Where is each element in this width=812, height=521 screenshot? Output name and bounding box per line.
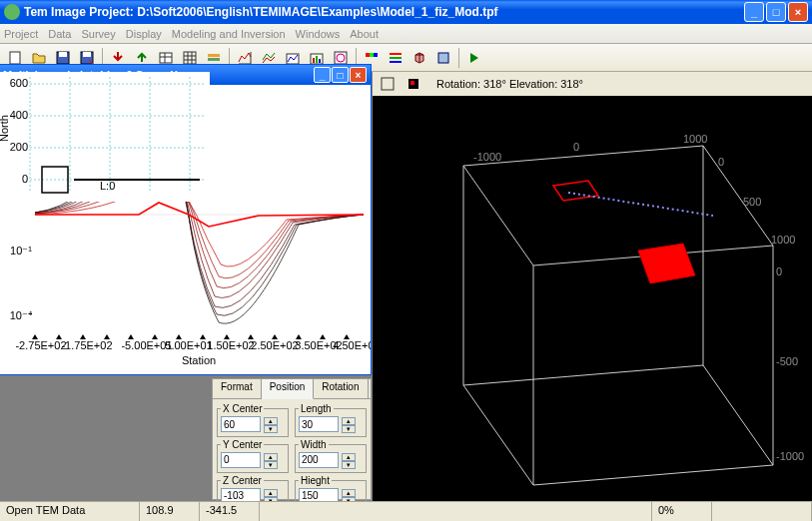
- width-input[interactable]: [299, 452, 339, 468]
- y-center-down[interactable]: ▾: [264, 461, 278, 469]
- mdi-workspace: Rotation: 318° Elevation: 318° -1: [0, 72, 812, 501]
- tab-position[interactable]: Position: [262, 379, 315, 399]
- y-center-up[interactable]: ▴: [264, 453, 278, 461]
- view-select-icon[interactable]: [403, 73, 424, 95]
- run-icon[interactable]: [463, 47, 485, 69]
- z-center-up[interactable]: ▴: [264, 489, 278, 497]
- svg-text:5.00E+01: 5.00E+01: [165, 339, 212, 351]
- svg-text:-1000: -1000: [473, 151, 501, 163]
- svg-rect-19: [319, 59, 321, 63]
- menu-modeling[interactable]: Modeling and Inversion: [172, 28, 286, 40]
- svg-text:4.50E+02: 4.50E+02: [333, 339, 371, 351]
- svg-rect-24: [374, 53, 378, 57]
- y-center-field: Y Center ▴▾: [217, 439, 289, 473]
- height-up[interactable]: ▴: [342, 489, 356, 497]
- tab-format[interactable]: Format: [213, 379, 262, 398]
- status-right: [712, 502, 812, 521]
- app-icon: [4, 4, 20, 20]
- map-window: 600400 2000 North L:0: [0, 72, 210, 202]
- width-down[interactable]: ▾: [342, 461, 356, 469]
- svg-rect-18: [316, 56, 318, 63]
- status-y: -341.5: [200, 502, 260, 521]
- tab-rotation[interactable]: Rotation: [314, 379, 368, 398]
- menu-about[interactable]: About: [350, 28, 379, 40]
- app-title: Tem Image Project: D:\Soft2006\English\T…: [24, 5, 744, 19]
- plot-maximize-button[interactable]: □: [332, 67, 349, 83]
- position-form: Format Position Rotation X Center ▴▾ Len…: [212, 378, 372, 500]
- y-center-input[interactable]: [221, 452, 261, 468]
- svg-rect-5: [160, 53, 172, 63]
- view-btn-1[interactable]: [377, 73, 399, 95]
- svg-text:0: 0: [718, 156, 724, 168]
- svg-text:500: 500: [743, 196, 761, 208]
- svg-text:10⁻⁴: 10⁻⁴: [10, 309, 33, 321]
- menu-project[interactable]: Project: [4, 28, 38, 40]
- svg-rect-4: [83, 52, 91, 57]
- status-left: Open TEM Data: [0, 502, 140, 521]
- length-field: Length ▴▾: [295, 403, 367, 437]
- menu-data[interactable]: Data: [48, 28, 71, 40]
- menu-bar: Project Data Survey Display Modeling and…: [0, 24, 812, 44]
- status-bar: Open TEM Data 108.9 -341.5 0%: [0, 501, 812, 521]
- svg-rect-22: [366, 53, 370, 57]
- svg-text:1000: 1000: [771, 234, 795, 246]
- x-center-down[interactable]: ▾: [264, 425, 278, 433]
- status-pct: 0%: [652, 502, 712, 521]
- svg-rect-0: [10, 52, 20, 64]
- svg-text:0: 0: [776, 265, 782, 277]
- svg-text:-2.75E+02: -2.75E+02: [15, 339, 66, 351]
- map-ylabel: North: [0, 115, 10, 142]
- length-up[interactable]: ▴: [342, 417, 356, 425]
- window-controls: _ □ ×: [744, 2, 808, 22]
- svg-rect-8: [184, 52, 196, 64]
- box-icon[interactable]: [432, 47, 454, 69]
- svg-text:1000: 1000: [683, 133, 707, 145]
- menu-windows[interactable]: Windows: [296, 28, 341, 40]
- map-line-label: L:0: [100, 180, 115, 192]
- plot-xlabel: Station: [182, 354, 216, 366]
- svg-text:0: 0: [573, 141, 579, 153]
- viewport-3d[interactable]: -100001000 05001000 0-500-1000: [373, 96, 812, 501]
- svg-rect-13: [208, 54, 220, 57]
- width-up[interactable]: ▴: [342, 453, 356, 461]
- svg-text:600: 600: [10, 77, 28, 89]
- svg-text:-1000: -1000: [776, 450, 804, 462]
- x-center-input[interactable]: [221, 416, 261, 432]
- svg-text:400: 400: [10, 109, 28, 121]
- menu-display[interactable]: Display: [126, 28, 162, 40]
- svg-text:10⁻¹: 10⁻¹: [10, 245, 32, 257]
- form-tabs: Format Position Rotation: [213, 379, 371, 399]
- minimize-button[interactable]: _: [744, 2, 764, 22]
- width-field: Width ▴▾: [295, 439, 367, 473]
- map-area[interactable]: 600400 2000 North L:0: [0, 72, 210, 202]
- close-button[interactable]: ×: [788, 2, 808, 22]
- x-center-field: X Center ▴▾: [217, 403, 289, 437]
- plot-close-button[interactable]: ×: [350, 67, 367, 83]
- plot-minimize-button[interactable]: _: [314, 67, 331, 83]
- svg-text:200: 200: [10, 141, 28, 153]
- main-title-bar: Tem Image Project: D:\Soft2006\English\T…: [0, 0, 812, 24]
- lines-icon[interactable]: [385, 47, 406, 69]
- svg-rect-2: [59, 52, 67, 57]
- rotation-label: Rotation: 318° Elevation: 318°: [436, 78, 583, 90]
- length-input[interactable]: [299, 416, 339, 432]
- viewport-toolbar: Rotation: 318° Elevation: 318°: [373, 72, 812, 96]
- cube-icon[interactable]: [408, 47, 430, 69]
- x-center-up[interactable]: ▴: [264, 417, 278, 425]
- svg-rect-31: [410, 81, 414, 85]
- svg-text:1.50E+02: 1.50E+02: [207, 339, 254, 351]
- svg-text:-1.75E+02: -1.75E+02: [61, 339, 112, 351]
- svg-text:2.50E+02: 2.50E+02: [251, 339, 298, 351]
- length-down[interactable]: ▾: [342, 425, 356, 433]
- maximize-button[interactable]: □: [766, 2, 786, 22]
- svg-text:-500: -500: [776, 355, 798, 367]
- viewport-panel: Rotation: 318° Elevation: 318° -1: [373, 72, 812, 501]
- svg-text:0: 0: [22, 173, 28, 185]
- svg-rect-28: [438, 53, 448, 63]
- svg-rect-29: [382, 78, 394, 90]
- svg-rect-17: [313, 58, 315, 63]
- status-spacer: [260, 502, 652, 521]
- menu-survey[interactable]: Survey: [82, 28, 116, 40]
- svg-rect-14: [208, 58, 220, 61]
- status-x: 108.9: [140, 502, 200, 521]
